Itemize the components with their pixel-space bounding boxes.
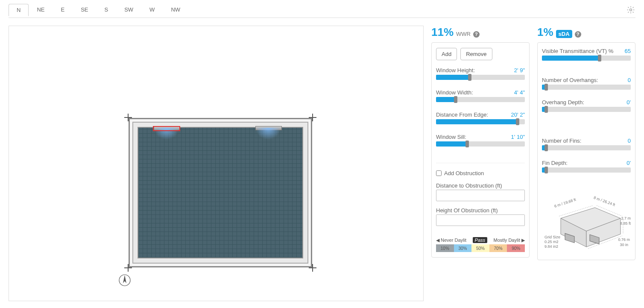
tab-se[interactable]: SE (73, 3, 96, 16)
help-icon[interactable]: ? (575, 31, 581, 38)
remove-button[interactable]: Remove (460, 48, 492, 60)
plan-viewport[interactable] (9, 26, 424, 301)
daylighting-legend: ◀ Never Daylit Pass Mostly Daylit ▶ 10%3… (436, 237, 525, 252)
tab-sw[interactable]: SW (116, 3, 141, 16)
slider[interactable]: Number of Overhangs:0 (542, 77, 631, 90)
svg-point-0 (630, 9, 632, 11)
wwr-percentage: 11% (431, 26, 454, 39)
tab-w[interactable]: W (141, 3, 163, 16)
help-icon[interactable]: ? (473, 31, 480, 38)
add-button[interactable]: Add (436, 48, 457, 60)
slider[interactable]: Distance From Edge:20' 2" (436, 111, 525, 124)
wwr-panel: 11% WWR ? Add Remove Window Height:2' 9"… (431, 26, 530, 301)
tab-e[interactable]: E (53, 3, 73, 16)
add-obstruction-checkbox[interactable] (436, 170, 442, 176)
vt-slider[interactable]: Visible Transmittance (VT) % 65 (542, 48, 631, 61)
slider[interactable]: Window Height:2' 9" (436, 67, 525, 80)
sda-badge: sDA (556, 30, 572, 38)
sda-panel: 1% sDA ? Visible Transmittance (VT) % 65… (537, 26, 635, 301)
tab-s[interactable]: S (96, 3, 116, 16)
slider[interactable]: Window Width:4' 4" (436, 89, 525, 102)
tab-n[interactable]: N (9, 4, 29, 16)
dist-obstruction-input[interactable] (436, 190, 525, 201)
sda-percentage: 1% (537, 26, 553, 39)
compass-icon (118, 274, 131, 287)
tab-ne[interactable]: NE (29, 3, 53, 16)
slider[interactable]: Window Sill:1' 10" (436, 134, 525, 147)
direction-tabs: NNEESESSWWNW (9, 3, 188, 16)
svg-marker-2 (123, 275, 126, 283)
slider[interactable]: Number of Fins:0 (542, 138, 631, 150)
height-obstruction-label: Height Of Obstruction (ft) (436, 207, 525, 214)
height-obstruction-input[interactable] (436, 214, 525, 226)
gear-icon[interactable] (626, 5, 635, 15)
tab-nw[interactable]: NW (163, 3, 188, 16)
slider[interactable]: Overhang Depth:0' (542, 99, 631, 112)
dist-obstruction-label: Distance to Obstruction (ft) (436, 182, 525, 189)
slider[interactable]: Fin Depth:0' (542, 160, 631, 173)
wwr-label: WWR (456, 31, 471, 37)
room-diagram: 6 m / 19.68 ft 8 m / 26.24 ft 2.7 m 8.85… (542, 195, 631, 255)
add-obstruction-label: Add Obstruction (444, 170, 484, 176)
